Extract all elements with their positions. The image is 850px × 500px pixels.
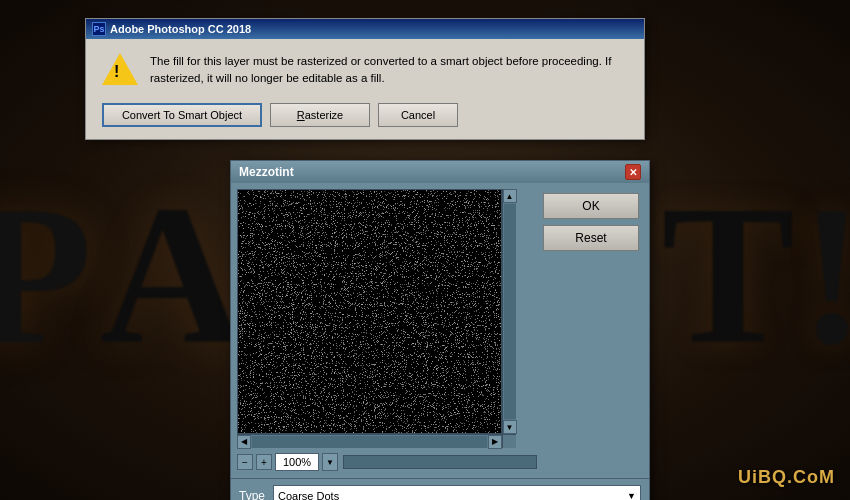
mezzotint-dialog: Mezzotint ✕ bbox=[230, 160, 650, 500]
bg-letter-p: P bbox=[0, 160, 87, 389]
type-select[interactable]: Coarse Dots ▼ bbox=[273, 485, 641, 500]
zoom-display: 100% bbox=[275, 453, 319, 471]
watermark-text: UiBQ.CoM bbox=[738, 467, 835, 487]
warning-triangle bbox=[102, 53, 138, 85]
bg-letter-exclaim: ! bbox=[798, 160, 850, 389]
scroll-corner bbox=[502, 434, 516, 448]
alert-title: Adobe Photoshop CC 2018 bbox=[110, 23, 251, 35]
scroll-track-right bbox=[504, 204, 516, 419]
type-label: Type bbox=[239, 489, 265, 500]
mezzotint-preview-row: ▲ ▼ bbox=[237, 189, 537, 434]
ps-app-icon: Ps bbox=[92, 22, 106, 36]
scroll-down-button[interactable]: ▼ bbox=[503, 420, 517, 434]
convert-to-smart-object-button[interactable]: Convert To Smart Object bbox=[102, 103, 262, 127]
mezzotint-body: ▲ ▼ ◀ ▶ − + 100% ▼ bbox=[231, 183, 649, 478]
cancel-button[interactable]: Cancel bbox=[378, 103, 458, 127]
mezzotint-noise-svg bbox=[238, 190, 501, 433]
alert-dialog: Ps Adobe Photoshop CC 2018 The fill for … bbox=[85, 18, 645, 140]
mezzotint-preview-canvas bbox=[237, 189, 502, 434]
mezzotint-ok-button[interactable]: OK bbox=[543, 193, 639, 219]
alert-body: The fill for this layer must be rasteriz… bbox=[86, 39, 644, 139]
mezzotint-preview-area: ▲ ▼ ◀ ▶ − + 100% ▼ bbox=[237, 189, 537, 472]
mezzotint-close-button[interactable]: ✕ bbox=[625, 164, 641, 180]
zoom-minus-button[interactable]: − bbox=[237, 454, 253, 470]
alert-message-row: The fill for this layer must be rasteriz… bbox=[102, 53, 628, 89]
mezzotint-bottom-bar: Type Coarse Dots ▼ bbox=[231, 478, 649, 500]
type-select-arrow-icon: ▼ bbox=[627, 491, 636, 500]
zoom-slider-track bbox=[343, 455, 537, 469]
alert-titlebar: Ps Adobe Photoshop CC 2018 bbox=[86, 19, 644, 39]
alert-buttons: Convert To Smart Object Rasterize Cancel bbox=[102, 103, 628, 127]
warning-icon bbox=[102, 53, 138, 89]
svg-rect-1 bbox=[238, 190, 501, 433]
scroll-track-bottom bbox=[252, 436, 487, 448]
bg-letter-a: A bbox=[100, 160, 239, 389]
bg-letter-t: T bbox=[662, 160, 790, 389]
alert-message-text: The fill for this layer must be rasteriz… bbox=[150, 53, 628, 88]
zoom-dropdown-button[interactable]: ▼ bbox=[322, 453, 338, 471]
rasterize-button[interactable]: Rasterize bbox=[270, 103, 370, 127]
mezzotint-right-panel: OK Reset bbox=[543, 189, 643, 472]
scrollbar-right: ▲ ▼ bbox=[502, 189, 516, 434]
mezzotint-reset-button[interactable]: Reset bbox=[543, 225, 639, 251]
zoom-plus-button[interactable]: + bbox=[256, 454, 272, 470]
watermark: UiBQ.CoM bbox=[738, 467, 835, 488]
mezzotint-title: Mezzotint bbox=[239, 165, 294, 179]
alert-titlebar-title: Ps Adobe Photoshop CC 2018 bbox=[92, 22, 251, 36]
mezzotint-titlebar: Mezzotint ✕ bbox=[231, 161, 649, 183]
zoom-value: 100% bbox=[283, 456, 311, 468]
scrollbar-bottom: ◀ ▶ bbox=[237, 434, 502, 448]
scroll-right-button[interactable]: ▶ bbox=[488, 435, 502, 449]
preview-controls: − + 100% ▼ bbox=[237, 452, 537, 472]
type-select-value: Coarse Dots bbox=[278, 490, 339, 500]
scroll-left-button[interactable]: ◀ bbox=[237, 435, 251, 449]
scroll-up-button[interactable]: ▲ bbox=[503, 189, 517, 203]
